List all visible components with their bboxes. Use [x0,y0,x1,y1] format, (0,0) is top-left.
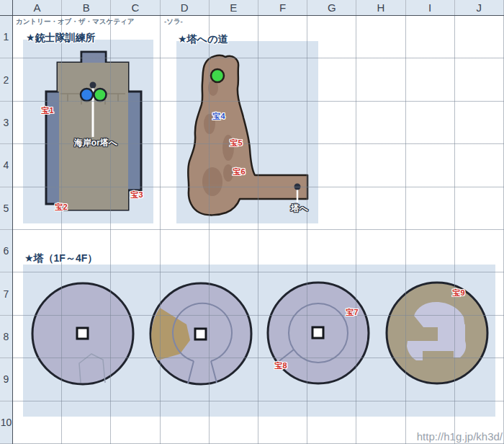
row-header-2[interactable]: 2 [0,58,12,101]
blue-marker-icon [81,89,93,101]
training-ground-map [46,52,141,210]
site-url-watermark: http://h1g.jp/kh3d/ [417,430,503,443]
column-header-g[interactable]: G [307,0,356,15]
treasure-marker-6: 宝6 [233,166,245,177]
spreadsheet-map-screen: A B C D E F G H I J 1 2 3 4 5 6 7 8 9 10… [0,0,504,444]
row-header-3[interactable]: 3 [0,102,12,144]
column-header-d[interactable]: D [161,0,210,15]
world-name-note: カントリー・オブ・ザ・マスケティア [16,17,134,27]
exit-dot [90,82,96,89]
row-header-10[interactable]: 10 [0,401,12,444]
map-artwork [0,0,504,444]
column-headers: A B C D E F G H I J [13,0,504,16]
column-header-e[interactable]: E [210,0,258,15]
treasure-marker-4: 宝4 [212,111,225,122]
row-header-4[interactable]: 4 [0,144,12,187]
row-header-6[interactable]: 6 [0,230,12,272]
row-header-5[interactable]: 5 [0,187,12,230]
row-header-7[interactable]: 7 [0,272,12,315]
row-header-8[interactable]: 8 [0,316,12,358]
treasure-marker-9: 宝9 [452,288,464,298]
treasure-marker-8: 宝8 [274,360,287,371]
column-header-b[interactable]: B [62,0,111,15]
tower-floor-2 [150,283,251,384]
road-exit-label: 塔へ [291,203,308,215]
exit-dot [294,184,301,190]
floor2-center-square [195,329,206,339]
column-header-f[interactable]: F [258,0,307,15]
grid-corner-cell[interactable] [0,0,13,16]
treasure-marker-2: 宝2 [55,202,67,213]
column-header-j[interactable]: J [455,0,504,15]
tower-floor-4 [387,283,487,383]
training-exit-label: 海岸or塔へ [74,137,117,149]
row-header-1[interactable]: 1 [0,16,12,58]
floor3-center-square [312,327,323,338]
tower-floor-1 [32,283,133,384]
road-to-tower-title: ★塔への道 [178,33,228,46]
column-header-a[interactable]: A [13,0,62,15]
treasure-marker-5: 宝5 [230,138,242,148]
green-marker-icon [211,69,224,82]
treasure-marker-7: 宝7 [346,307,358,318]
treasure-marker-3: 宝3 [130,190,143,200]
column-header-h[interactable]: H [356,0,405,15]
row-header-9[interactable]: 9 [0,358,12,401]
column-header-c[interactable]: C [111,0,160,15]
building-chimney [83,53,105,63]
training-ground-title: ★銃士隊訓練所 [26,32,96,45]
road-to-tower-map [188,56,307,216]
floor1-center-square [77,328,88,339]
column-header-i[interactable]: I [406,0,455,15]
row-headers: 1 2 3 4 5 6 7 8 9 10 [0,16,13,444]
tower-title: ★塔（1F～4F） [24,252,97,265]
character-note: -ソラ- [164,17,183,27]
treasure-marker-1: 宝1 [41,105,53,116]
green-marker-icon [94,89,107,101]
